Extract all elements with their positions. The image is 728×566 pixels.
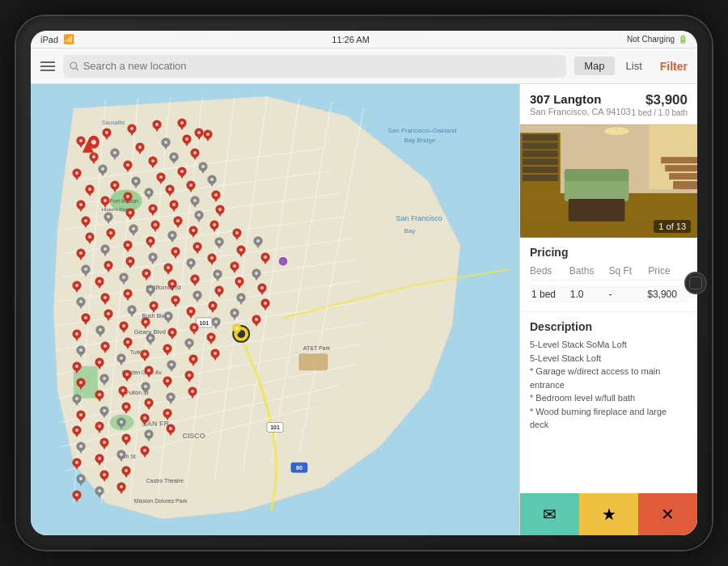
svg-rect-535: [569, 199, 625, 222]
pricing-data-row: 1 bed 1.0 - $3,900: [530, 285, 688, 303]
svg-rect-27: [74, 366, 98, 399]
property-image[interactable]: 1 of 13: [520, 125, 697, 238]
action-bar: ✉ ★ ✕: [520, 493, 697, 535]
svg-rect-531: [523, 167, 558, 173]
svg-rect-538: [665, 165, 697, 171]
tab-map[interactable]: Map: [574, 57, 614, 75]
svg-rect-540: [673, 181, 697, 189]
svg-rect-530: [523, 158, 558, 165]
pricing-title: Pricing: [530, 246, 688, 259]
pricing-section: Pricing Beds Baths Sq Ft Price 1 bed 1.0…: [520, 238, 697, 312]
search-icon: [70, 61, 79, 71]
svg-text:Fulton St: Fulton St: [126, 390, 149, 395]
col-baths-value: 1.0: [570, 289, 609, 300]
svg-point-59: [91, 140, 96, 145]
svg-line-1: [76, 67, 78, 70]
home-button[interactable]: [684, 272, 707, 294]
filter-button[interactable]: Filter: [660, 60, 688, 73]
battery-icon: 🔋: [678, 35, 688, 44]
status-bar: iPad 📶 11:26 AM Not Charging 🔋: [31, 31, 697, 49]
tab-list[interactable]: List: [616, 57, 652, 75]
description-text: 5-Level Stack SoMa Loft5-Level Stack Lof…: [530, 338, 688, 432]
col-sqft-value: -: [609, 289, 648, 300]
svg-text:Historic District: Historic District: [102, 207, 134, 212]
svg-rect-534: [565, 169, 629, 181]
svg-text:Geary Blvd: Geary Blvd: [134, 328, 166, 336]
listing-price-details: 1 bed / 1.0 bath: [631, 108, 688, 117]
col-price-value: $3,900: [647, 289, 686, 300]
col-sqft-header: Sq Ft: [609, 265, 649, 277]
svg-text:Sausalito: Sausalito: [102, 120, 125, 125]
search-input[interactable]: [83, 60, 561, 72]
col-beds-header: Beds: [530, 265, 569, 277]
listing-price-amount: $3,900: [631, 92, 688, 108]
status-left: iPad 📶: [40, 34, 74, 44]
svg-text:Bush Blvd: Bush Blvd: [142, 313, 168, 319]
svg-text:San Francisco: San Francisco: [396, 214, 442, 222]
svg-point-28: [110, 415, 134, 431]
svg-point-30: [237, 330, 245, 338]
listing-address-block: 307 Langton San Francisco, CA 94103: [530, 92, 631, 116]
status-right: Not Charging 🔋: [627, 35, 688, 44]
svg-rect-527: [523, 134, 558, 141]
svg-text:Bay Bridge: Bay Bridge: [404, 137, 436, 144]
svg-text:101: 101: [270, 424, 280, 430]
svg-text:14th St: 14th St: [118, 454, 136, 459]
svg-point-55: [278, 256, 288, 266]
listing-city: San Francisco, CA 94103: [530, 107, 631, 116]
svg-text:CISCO: CISCO: [182, 432, 205, 440]
status-time: 11:26 AM: [332, 35, 369, 44]
map-svg: Fort Mason Historic District California …: [31, 84, 519, 535]
email-button[interactable]: ✉: [520, 493, 579, 535]
listing-price-block: $3,900 1 bed / 1.0 bath: [631, 92, 688, 117]
nav-bar: Map List Filter: [31, 49, 697, 84]
svg-text:80: 80: [296, 465, 303, 471]
ipad-screen: iPad 📶 11:26 AM Not Charging 🔋: [31, 31, 697, 535]
map-area[interactable]: Fort Mason Historic District California …: [31, 84, 519, 535]
ipad-device: iPad 📶 11:26 AM Not Charging 🔋: [16, 16, 712, 550]
svg-text:SAN FR: SAN FR: [142, 420, 170, 428]
svg-text:Castro Theatre: Castro Theatre: [146, 478, 184, 484]
svg-rect-528: [523, 142, 558, 149]
svg-text:Golden Gate Av: Golden Gate Av: [122, 370, 163, 375]
listing-address: 307 Langton: [530, 92, 631, 106]
svg-text:California St: California St: [146, 284, 182, 291]
wifi-icon: 📶: [63, 34, 74, 44]
pricing-table: Beds Baths Sq Ft Price 1 bed 1.0 - $3,90…: [530, 265, 688, 303]
search-bar[interactable]: [63, 55, 566, 78]
svg-rect-532: [523, 175, 558, 181]
svg-text:Fort Mason: Fort Mason: [110, 198, 138, 204]
right-panel: 307 Langton San Francisco, CA 94103 $3,9…: [519, 84, 697, 535]
svg-text:AT&T Park: AT&T Park: [303, 345, 331, 351]
col-beds-value: 1 bed: [531, 289, 570, 300]
svg-point-0: [70, 62, 77, 69]
description-section: Description 5-Level Stack SoMa Loft5-Lev…: [520, 312, 697, 493]
col-baths-header: Baths: [569, 265, 609, 277]
close-button[interactable]: ✕: [638, 493, 697, 535]
image-counter: 1 of 13: [654, 220, 691, 233]
col-price-header: Price: [648, 265, 688, 277]
description-title: Description: [530, 320, 688, 333]
svg-text:San Francisco–Oakland: San Francisco–Oakland: [388, 127, 457, 134]
listing-header: 307 Langton San Francisco, CA 94103 $3,9…: [520, 84, 697, 125]
svg-text:Mission Dolores Park: Mission Dolores Park: [134, 498, 188, 504]
ipad-label: iPad: [40, 35, 58, 44]
svg-rect-57: [299, 354, 328, 370]
pricing-header-row: Beds Baths Sq Ft Price: [530, 265, 688, 281]
svg-text:101: 101: [199, 320, 209, 326]
menu-button[interactable]: [40, 61, 55, 71]
svg-rect-529: [523, 150, 558, 157]
svg-rect-539: [669, 173, 697, 180]
favorite-button[interactable]: ★: [579, 493, 638, 535]
home-button-inner: [689, 277, 702, 289]
svg-text:Turk St: Turk St: [130, 349, 148, 355]
svg-rect-537: [661, 157, 697, 163]
main-content: Fort Mason Historic District California …: [31, 84, 697, 535]
battery-status-text: Not Charging: [627, 35, 675, 44]
svg-text:Bay: Bay: [404, 227, 415, 234]
nav-tabs: Map List: [574, 57, 652, 75]
